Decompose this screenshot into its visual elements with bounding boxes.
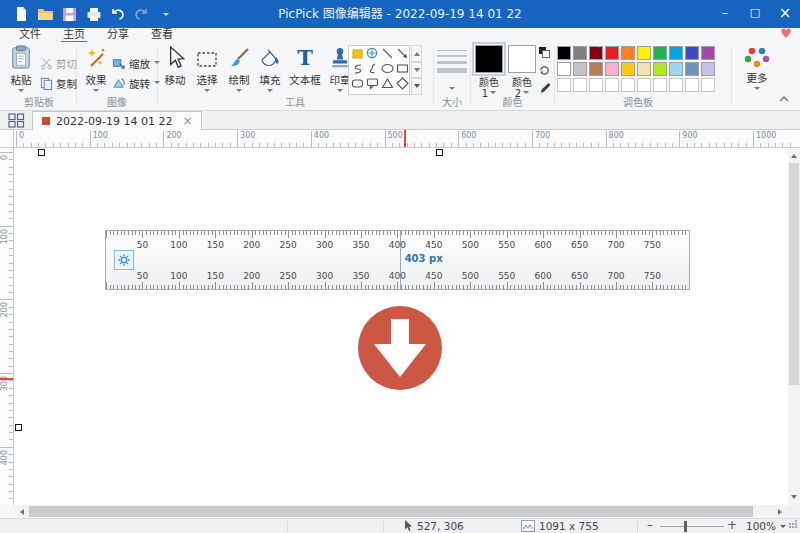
swap-colors-button[interactable]	[538, 46, 551, 59]
textbox-tool-button[interactable]: T 文本框	[285, 44, 325, 100]
palette-swatch-r1-c8[interactable]	[669, 46, 683, 60]
gallery-scroll-down-button[interactable]	[411, 62, 422, 79]
palette-swatch-r3-c1[interactable]	[557, 78, 571, 92]
palette-swatch-r3-c8[interactable]	[669, 78, 683, 92]
palette-swatch-r2-c2[interactable]	[573, 62, 587, 76]
shape-diamond-icon[interactable]	[395, 76, 410, 91]
gallery-scroll-up-button[interactable]	[411, 45, 422, 62]
print-button[interactable]	[84, 4, 103, 24]
palette-swatch-r1-c5[interactable]	[621, 46, 635, 60]
shape-curve-icon[interactable]	[350, 61, 365, 76]
scroll-right-button[interactable]	[775, 505, 788, 518]
minimize-button[interactable]: –	[710, 0, 740, 28]
shape-line-icon[interactable]	[380, 46, 395, 61]
palette-swatch-r1-c10[interactable]	[701, 46, 715, 60]
palette-swatch-r1-c3[interactable]	[589, 46, 603, 60]
cut-button[interactable]: 剪切	[40, 54, 77, 72]
palette-swatch-r1-c2[interactable]	[573, 46, 587, 60]
palette-swatch-r2-c6[interactable]	[637, 62, 651, 76]
paste-button[interactable]: 粘贴	[5, 44, 37, 96]
open-file-button[interactable]	[36, 4, 55, 24]
selection-handle-top-left[interactable]	[38, 149, 45, 156]
shape-arrow-line-icon[interactable]	[395, 46, 410, 61]
resize-button[interactable]: 缩放	[112, 54, 160, 72]
palette-swatch-r3-c4[interactable]	[605, 78, 619, 92]
h-ruler-tick	[628, 143, 629, 147]
redo-button[interactable]	[132, 4, 151, 24]
tab-home[interactable]: 主页	[52, 28, 96, 42]
scroll-down-button[interactable]	[788, 492, 800, 505]
shape-freeform-icon[interactable]	[365, 61, 380, 76]
draw-tool-button[interactable]: 绘制	[224, 44, 254, 100]
resize-grip[interactable]	[789, 523, 791, 525]
palette-swatch-r2-c9[interactable]	[685, 62, 699, 76]
heart-icon[interactable]: ♥	[780, 26, 792, 42]
selection-handle-middle-left[interactable]	[15, 424, 22, 431]
tab-view[interactable]: 查看	[140, 28, 184, 42]
palette-swatch-r3-c7[interactable]	[653, 78, 667, 92]
palette-swatch-r3-c9[interactable]	[685, 78, 699, 92]
shape-highlight-icon[interactable]	[350, 46, 365, 61]
vertical-scrollbar[interactable]	[788, 148, 800, 505]
save-button[interactable]	[60, 4, 79, 24]
close-button[interactable]: ×	[770, 0, 800, 28]
more-colors-button[interactable]: 更多	[736, 46, 778, 93]
palette-swatch-r1-c9[interactable]	[685, 46, 699, 60]
palette-swatch-r2-c7[interactable]	[653, 62, 667, 76]
new-file-button[interactable]	[12, 4, 31, 24]
zoom-out-button[interactable]: –	[644, 519, 656, 533]
scroll-up-button[interactable]	[788, 148, 800, 161]
undo-button[interactable]	[108, 4, 127, 24]
gallery-more-button[interactable]	[411, 78, 422, 95]
vertical-scroll-thumb[interactable]	[789, 163, 799, 385]
zoom-slider-thumb[interactable]	[684, 521, 687, 532]
effects-button[interactable]: 效果	[80, 44, 112, 96]
palette-swatch-r3-c10[interactable]	[701, 78, 715, 92]
horizontal-scroll-thumb[interactable]	[29, 506, 753, 517]
document-tab-close-icon[interactable]: ×	[182, 115, 192, 127]
palette-swatch-r2-c5[interactable]	[621, 62, 635, 76]
rotate-button[interactable]: 旋转	[112, 74, 160, 92]
shape-callout-icon[interactable]	[365, 76, 380, 91]
document-tab[interactable]: 2022-09-19 14 01 22 ×	[32, 111, 202, 130]
palette-swatch-r2-c10[interactable]	[701, 62, 715, 76]
copy-button[interactable]: 复制	[40, 74, 77, 92]
palette-swatch-r3-c6[interactable]	[637, 78, 651, 92]
zoom-level[interactable]: 100%	[746, 519, 786, 533]
palette-swatch-r2-c4[interactable]	[605, 62, 619, 76]
zoom-slider-track[interactable]	[660, 526, 724, 527]
palette-swatch-r1-c6[interactable]	[637, 46, 651, 60]
line-size-button[interactable]	[434, 50, 470, 93]
maximize-button[interactable]: □	[740, 0, 770, 28]
fill-tool-button[interactable]: 填充	[255, 44, 285, 100]
palette-swatch-r1-c4[interactable]	[605, 46, 619, 60]
palette-swatch-r3-c5[interactable]	[621, 78, 635, 92]
palette-swatch-r3-c3[interactable]	[589, 78, 603, 92]
palette-swatch-r2-c1[interactable]	[557, 62, 571, 76]
zoom-in-button[interactable]: +	[726, 519, 738, 533]
ruler-image-tick	[343, 231, 344, 235]
selection-handle-top-center[interactable]	[436, 149, 443, 156]
tab-file[interactable]: 文件	[8, 28, 52, 42]
reset-colors-button[interactable]	[538, 64, 551, 77]
palette-swatch-r2-c3[interactable]	[589, 62, 603, 76]
arrange-windows-icon[interactable]	[8, 113, 25, 128]
shape-ellipse-icon[interactable]	[380, 61, 395, 76]
color1-button[interactable]: 颜色1	[474, 45, 504, 99]
palette-swatch-r2-c8[interactable]	[669, 62, 683, 76]
move-tool-button[interactable]: 移动	[160, 44, 190, 100]
select-tool-button[interactable]: 选择	[192, 44, 222, 100]
shape-circle-crosshair-icon[interactable]	[365, 46, 380, 61]
scroll-left-button[interactable]	[14, 505, 27, 518]
palette-swatch-r1-c1[interactable]	[557, 46, 571, 60]
horizontal-scrollbar[interactable]	[14, 505, 788, 518]
palette-swatch-r1-c7[interactable]	[653, 46, 667, 60]
shape-triangle-icon[interactable]	[380, 76, 395, 91]
shape-rounded-rectangle-icon[interactable]	[350, 76, 365, 91]
color2-button[interactable]: 颜色2	[507, 45, 537, 99]
tab-share[interactable]: 分享	[96, 28, 140, 42]
shape-rectangle-icon[interactable]	[395, 61, 410, 76]
canvas-viewport[interactable]: 403 px 505010010015015020020025025030030…	[14, 148, 788, 505]
collapse-ribbon-button[interactable]	[778, 94, 792, 106]
palette-swatch-r3-c2[interactable]	[573, 78, 587, 92]
